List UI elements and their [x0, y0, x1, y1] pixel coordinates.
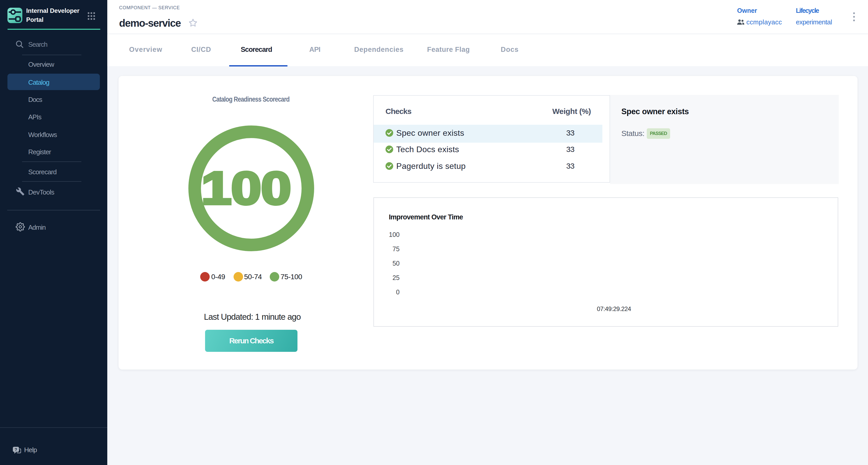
svg-text:?: ? — [14, 447, 17, 452]
